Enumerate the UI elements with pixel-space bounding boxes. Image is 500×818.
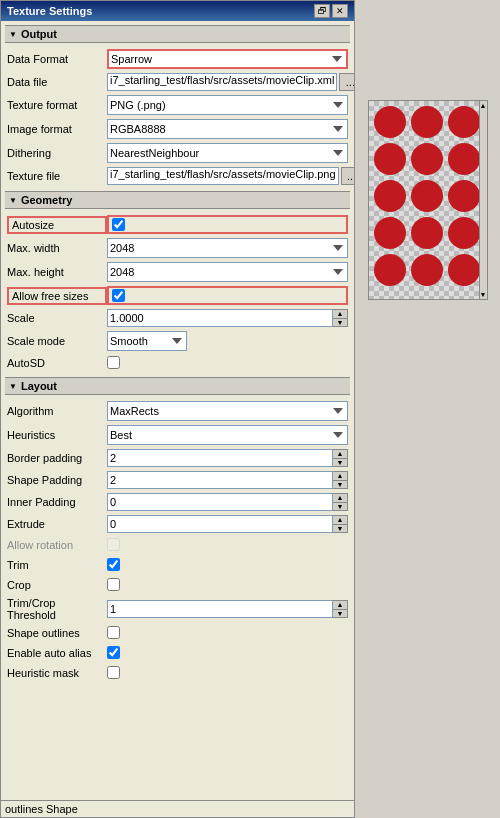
max-height-row: Max. height 2048 1024 xyxy=(5,260,350,284)
autosize-checkbox-highlight xyxy=(107,215,348,234)
extrude-up-button[interactable]: ▲ xyxy=(333,516,347,525)
shape-padding-spinner-row: ▲ ▼ xyxy=(107,471,348,489)
title-bar: Texture Settings 🗗 ✕ xyxy=(1,1,354,21)
inner-padding-down-button[interactable]: ▼ xyxy=(333,503,347,511)
image-format-select[interactable]: RGBA8888 RGBA4444 xyxy=(107,119,348,139)
scale-label: Scale xyxy=(7,312,107,324)
close-button[interactable]: ✕ xyxy=(332,4,348,18)
data-file-row: Data file i7_starling_test/flash/src/ass… xyxy=(5,71,350,93)
extrude-input[interactable] xyxy=(107,515,333,533)
enable-auto-alias-checkbox[interactable] xyxy=(107,646,120,659)
shape-padding-up-button[interactable]: ▲ xyxy=(333,472,347,481)
shape-padding-label: Shape Padding xyxy=(7,474,107,486)
autosize-highlight: Autosize xyxy=(7,216,107,234)
trim-crop-threshold-spinner-row: ▲ ▼ xyxy=(107,600,348,618)
algorithm-label: Algorithm xyxy=(7,405,107,417)
allow-free-sizes-checkbox[interactable] xyxy=(112,289,125,302)
texture-format-row: Texture format PNG (.png) JPEG (.jpg) xyxy=(5,93,350,117)
trim-crop-threshold-down-button[interactable]: ▼ xyxy=(333,610,347,618)
preview-scroll-down[interactable]: ▼ xyxy=(480,291,487,298)
enable-auto-alias-control xyxy=(107,646,348,661)
heuristic-mask-checkbox[interactable] xyxy=(107,666,120,679)
allow-free-sizes-row: Allow free sizes xyxy=(5,284,350,307)
preview-circle xyxy=(374,217,406,249)
scale-mode-row: Scale mode Smooth Fast xyxy=(5,329,350,353)
allow-free-sizes-label: Allow free sizes xyxy=(7,287,107,305)
crop-row: Crop xyxy=(5,575,350,595)
data-file-browse-button[interactable]: ... xyxy=(339,73,354,91)
trim-checkbox[interactable] xyxy=(107,558,120,571)
shape-outlines-checkbox[interactable] xyxy=(107,626,120,639)
shape-outlines-control xyxy=(107,626,348,641)
scale-up-button[interactable]: ▲ xyxy=(333,310,347,319)
scale-mode-label: Scale mode xyxy=(7,335,107,347)
trim-crop-threshold-input[interactable] xyxy=(107,600,333,618)
trim-crop-threshold-up-button[interactable]: ▲ xyxy=(333,601,347,610)
preview-scroll-up[interactable]: ▲ xyxy=(480,102,487,109)
shape-padding-spinner: ▲ ▼ xyxy=(333,471,348,489)
border-padding-up-button[interactable]: ▲ xyxy=(333,450,347,459)
data-format-control: Sparrow JSON XML xyxy=(107,49,348,69)
shape-padding-down-button[interactable]: ▼ xyxy=(333,481,347,489)
border-padding-spinner: ▲ ▼ xyxy=(333,449,348,467)
shape-padding-control: ▲ ▼ xyxy=(107,471,348,489)
shape-outlines-label: Shape outlines xyxy=(7,627,107,639)
allow-free-sizes-checkbox-highlight xyxy=(107,286,348,305)
preview-scrollbar: ▲ ▼ xyxy=(479,101,487,299)
scale-input-row: ▲ ▼ xyxy=(107,309,348,327)
texture-format-select[interactable]: PNG (.png) JPEG (.jpg) xyxy=(107,95,348,115)
shape-padding-input[interactable] xyxy=(107,471,333,489)
border-padding-down-button[interactable]: ▼ xyxy=(333,459,347,467)
preview-circle xyxy=(448,180,480,212)
algorithm-control: MaxRects Basic xyxy=(107,401,348,421)
autosize-checkbox[interactable] xyxy=(112,218,125,231)
texture-file-browse-button[interactable]: ... xyxy=(341,167,354,185)
max-width-row: Max. width 2048 1024 512 xyxy=(5,236,350,260)
max-height-select[interactable]: 2048 1024 xyxy=(107,262,348,282)
circles-container xyxy=(369,101,487,299)
heuristics-select[interactable]: Best BestLong xyxy=(107,425,348,445)
scale-mode-select[interactable]: Smooth Fast xyxy=(107,331,187,351)
restore-button[interactable]: 🗗 xyxy=(314,4,330,18)
heuristics-row: Heuristics Best BestLong xyxy=(5,423,350,447)
border-padding-input[interactable] xyxy=(107,449,333,467)
dithering-select[interactable]: NearestNeighbour None xyxy=(107,143,348,163)
layout-section-header[interactable]: Layout xyxy=(5,377,350,395)
inner-padding-up-button[interactable]: ▲ xyxy=(333,494,347,503)
crop-checkbox[interactable] xyxy=(107,578,120,591)
texture-file-label: Texture file xyxy=(7,170,107,182)
texture-file-input-row: i7_starling_test/flash/src/assets/movieC… xyxy=(107,167,354,185)
inner-padding-input[interactable] xyxy=(107,493,333,511)
preview-canvas: ▲ ▼ xyxy=(368,100,488,300)
allow-rotation-control xyxy=(107,538,348,553)
image-format-label: Image format xyxy=(7,123,107,135)
preview-circle xyxy=(374,180,406,212)
max-width-select[interactable]: 2048 1024 512 xyxy=(107,238,348,258)
data-format-select[interactable]: Sparrow JSON XML xyxy=(107,49,348,69)
heuristics-control: Best BestLong xyxy=(107,425,348,445)
trim-crop-threshold-spinner: ▲ ▼ xyxy=(333,600,348,618)
trim-label: Trim xyxy=(7,559,107,571)
algorithm-select[interactable]: MaxRects Basic xyxy=(107,401,348,421)
geometry-section-header[interactable]: Geometry xyxy=(5,191,350,209)
autosize-label: Autosize xyxy=(7,216,107,234)
image-format-row: Image format RGBA8888 RGBA4444 xyxy=(5,117,350,141)
output-section-header[interactable]: Output xyxy=(5,25,350,43)
scale-down-button[interactable]: ▼ xyxy=(333,319,347,327)
dithering-control: NearestNeighbour None xyxy=(107,143,348,163)
status-text: outlines Shape xyxy=(5,803,78,815)
extrude-down-button[interactable]: ▼ xyxy=(333,525,347,533)
enable-auto-alias-row: Enable auto alias xyxy=(5,643,350,663)
extrude-label: Extrude xyxy=(7,518,107,530)
image-format-control: RGBA8888 RGBA4444 xyxy=(107,119,348,139)
scale-mode-control: Smooth Fast xyxy=(107,331,348,351)
inner-padding-label: Inner Padding xyxy=(7,496,107,508)
data-file-label: Data file xyxy=(7,76,107,88)
preview-circle xyxy=(448,143,480,175)
scale-input[interactable] xyxy=(107,309,333,327)
max-height-control: 2048 1024 xyxy=(107,262,348,282)
preview-circle xyxy=(374,254,406,286)
crop-label: Crop xyxy=(7,579,107,591)
autosd-checkbox[interactable] xyxy=(107,356,120,369)
autosd-control xyxy=(107,356,348,371)
